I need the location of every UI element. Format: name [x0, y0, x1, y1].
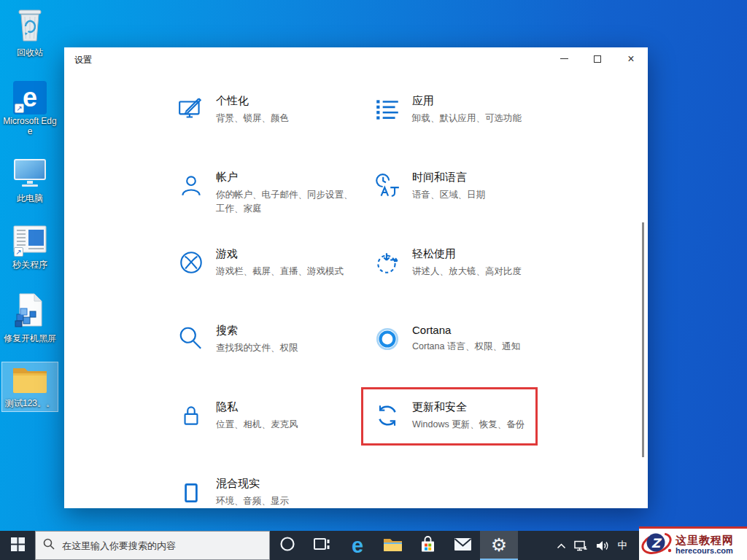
task-view-icon — [314, 537, 331, 554]
watermark-site-name: 这里教程网 — [676, 534, 734, 546]
desktop-icon-edge[interactable]: e ↗ Microsoft Edge — [1, 79, 58, 139]
folder-icon — [12, 365, 48, 397]
watermark-site-url: herecours.com — [676, 546, 734, 556]
settings-item-title: 轻松使用 — [412, 247, 555, 261]
settings-item-subtitle: 卸载、默认应用、可选功能 — [412, 112, 555, 125]
cortana-ring-icon — [279, 535, 296, 556]
desktop-icon-this-pc[interactable]: 此电脑 — [1, 155, 58, 206]
minimize-button[interactable] — [547, 47, 581, 70]
desktop-icon-label: 此电脑 — [17, 194, 43, 204]
xbox-icon — [177, 249, 205, 276]
settings-item-cortana[interactable]: Cortana Cortana 语言、权限、通知 — [374, 324, 563, 397]
settings-item-subtitle: 位置、相机、麦克风 — [216, 418, 359, 432]
search-icon — [177, 325, 205, 353]
settings-item-search[interactable]: 搜索 查找我的文件、权限 — [177, 324, 367, 397]
tray-network-icon[interactable] — [574, 540, 588, 551]
minimize-icon — [560, 58, 568, 59]
edge-icon: e — [352, 535, 363, 556]
task-view-button[interactable] — [305, 531, 340, 560]
time-language-icon — [374, 172, 401, 200]
folder-icon — [383, 537, 403, 555]
desktop-background: 回收站 e ↗ Microsoft Edge 此电脑 — [0, 0, 747, 560]
apps-icon — [374, 96, 401, 123]
window-title: 设置 — [74, 54, 92, 66]
settings-item-title: 个性化 — [216, 94, 359, 108]
window-scrollbar[interactable] — [642, 222, 644, 457]
settings-item-title: 搜索 — [216, 324, 359, 338]
settings-item-title: 游戏 — [216, 247, 359, 261]
settings-item-ease-of-access[interactable]: 轻松使用 讲述人、放大镜、高对比度 — [374, 247, 563, 320]
close-button[interactable]: × — [614, 47, 648, 70]
shortcut-arrow-icon: ↗ — [15, 104, 24, 113]
settings-item-title: Cortana — [412, 324, 555, 336]
desktop-icon-label: Microsoft Edge — [2, 117, 58, 137]
highlight-box — [361, 387, 538, 446]
settings-item-title: 隐私 — [216, 400, 359, 414]
settings-item-title: 时间和语言 — [412, 171, 555, 184]
settings-item-subtitle: 游戏栏、截屏、直播、游戏模式 — [216, 265, 359, 279]
settings-item-subtitle: 你的帐户、电子邮件、同步设置、工作、家庭 — [216, 188, 359, 217]
settings-item-subtitle: Cortana 语言、权限、通知 — [412, 340, 555, 354]
tray-chevron-up-icon[interactable] — [557, 542, 566, 549]
desktop-icon-label: 测试123。。 — [5, 399, 55, 409]
this-pc-icon — [12, 157, 48, 192]
settings-item-subtitle: 查找我的文件、权限 — [216, 341, 359, 355]
maximize-button[interactable] — [581, 47, 614, 70]
registry-file-icon — [14, 292, 46, 332]
settings-item-title: 混合现实 — [216, 477, 359, 491]
file-explorer-button[interactable] — [375, 531, 410, 560]
settings-taskbar-button[interactable]: ⚙ — [480, 531, 518, 560]
settings-item-accounts[interactable]: 帐户 你的帐户、电子邮件、同步设置、工作、家庭 — [177, 171, 367, 244]
taskbar-search-box[interactable] — [35, 531, 270, 560]
lock-icon — [177, 402, 205, 429]
ease-of-access-icon — [374, 249, 401, 276]
site-watermark: Z 这里教程网 herecours.com — [639, 526, 747, 560]
settings-item-title: 帐户 — [216, 171, 359, 184]
settings-item-gaming[interactable]: 游戏 游戏栏、截屏、直播、游戏模式 — [177, 247, 367, 320]
taskbar-search-input[interactable] — [62, 540, 252, 551]
settings-item-time-language[interactable]: 时间和语言 语音、区域、日期 — [374, 171, 563, 244]
settings-item-personalization[interactable]: 个性化 背景、锁屏、颜色 — [177, 94, 367, 167]
settings-item-subtitle: 环境、音频、显示 — [216, 494, 359, 508]
settings-item-privacy[interactable]: 隐私 位置、相机、麦克风 — [177, 400, 367, 473]
cortana-icon — [374, 325, 401, 353]
desktop-icon-label: 回收站 — [17, 48, 43, 58]
settings-window: 设置 × 个性化 背景、锁屏、颜色 — [64, 47, 648, 508]
settings-item-subtitle: 语音、区域、日期 — [412, 188, 555, 202]
window-titlebar[interactable]: 设置 × — [64, 47, 648, 72]
settings-item-subtitle: 讲述人、放大镜、高对比度 — [412, 265, 555, 279]
shortcut-arrow-icon: ↗ — [14, 247, 23, 257]
recycle-bin-icon — [13, 7, 47, 46]
desktop-icon-app-shortcut[interactable]: ↗ 秒关程序 — [1, 222, 58, 273]
edge-icon: e ↗ — [13, 81, 47, 114]
close-icon: × — [627, 53, 634, 65]
settings-item-mixed-reality[interactable]: 混合现实 环境、音频、显示 — [177, 477, 367, 508]
mixed-reality-icon — [177, 478, 205, 506]
windows-logo-icon — [11, 537, 25, 554]
desktop-icon-registry-fix[interactable]: 修复开机黑屏 — [1, 290, 58, 346]
gear-icon: ⚙ — [491, 536, 507, 554]
watermark-logo-icon: Z — [640, 528, 673, 560]
accounts-icon — [177, 172, 205, 200]
settings-item-title: 应用 — [412, 94, 555, 108]
tray-ime-indicator[interactable]: 中 — [618, 539, 628, 552]
settings-item-subtitle: 背景、锁屏、颜色 — [216, 112, 359, 125]
store-button[interactable] — [410, 531, 445, 560]
settings-item-apps[interactable]: 应用 卸载、默认应用、可选功能 — [374, 94, 563, 167]
system-tray: 中 — [557, 531, 628, 560]
desktop-icon-label: 修复开机黑屏 — [4, 334, 56, 344]
mail-button[interactable] — [445, 531, 480, 560]
search-icon — [43, 538, 55, 553]
app-window-icon: ↗ — [12, 225, 47, 258]
start-button[interactable] — [0, 531, 35, 560]
maximize-icon — [594, 55, 601, 63]
desktop-icon-test-folder[interactable]: 测试123。。 — [1, 362, 58, 412]
mail-envelope-icon — [454, 537, 472, 554]
edge-taskbar-button[interactable]: e — [340, 531, 375, 560]
taskbar: e — [0, 531, 747, 560]
desktop-icon-label: 秒关程序 — [12, 260, 47, 271]
store-bag-icon — [419, 535, 436, 556]
cortana-taskbar-button[interactable] — [270, 531, 305, 560]
tray-volume-icon[interactable] — [596, 540, 610, 551]
desktop-icon-recycle-bin[interactable]: 回收站 — [1, 4, 58, 61]
